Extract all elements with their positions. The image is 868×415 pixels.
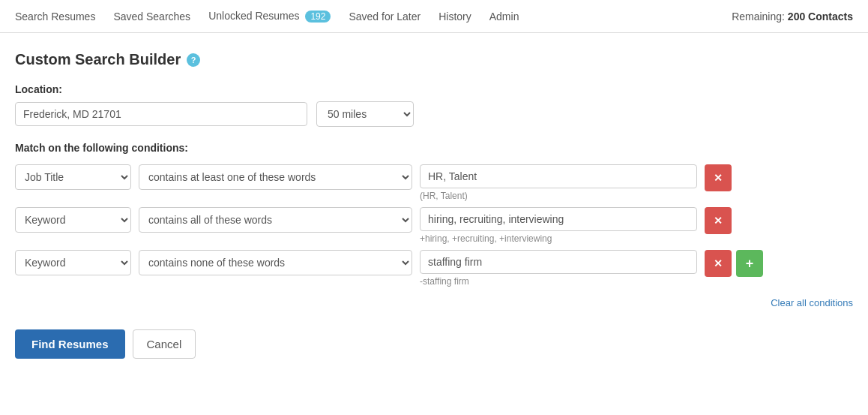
page-title-row: Custom Search Builder ?: [15, 51, 853, 68]
value-wrap-2: +hiring, +recruiting, +interviewing: [420, 207, 697, 244]
row-actions-3: ✕ +: [705, 250, 763, 277]
condition-row-2: Job Title Keyword Location Company Schoo…: [15, 207, 853, 244]
field-select-1[interactable]: Job Title Keyword Location Company Schoo…: [15, 164, 131, 190]
location-input[interactable]: [15, 102, 307, 126]
nav-search-resumes[interactable]: Search Resumes: [15, 2, 95, 32]
parsed-text-3: -staffing firm: [420, 276, 697, 287]
row-actions-1: ✕: [705, 164, 732, 191]
conditions-label: Match on the following conditions:: [15, 142, 853, 154]
page-title-text: Custom Search Builder: [15, 51, 181, 68]
location-label: Location:: [15, 83, 853, 95]
nav-bar: Search Resumes Saved Searches Unlocked R…: [0, 0, 868, 33]
nav-history[interactable]: History: [438, 2, 471, 32]
remaining-contacts: Remaining: 200 Contacts: [732, 11, 853, 23]
find-resumes-button[interactable]: Find Resumes: [15, 329, 125, 359]
remove-button-3[interactable]: ✕: [705, 250, 732, 277]
unlocked-badge: 192: [305, 11, 331, 23]
miles-select[interactable]: 10 miles 25 miles 50 miles 100 miles 200…: [316, 101, 414, 127]
location-row: 10 miles 25 miles 50 miles 100 miles 200…: [15, 101, 853, 127]
condition-row-1: Job Title Keyword Location Company Schoo…: [15, 164, 853, 201]
nav-admin[interactable]: Admin: [489, 2, 519, 32]
operator-select-1[interactable]: contains at least one of these words con…: [139, 164, 412, 190]
field-select-2[interactable]: Job Title Keyword Location Company Schoo…: [15, 207, 131, 233]
row-actions-2: ✕: [705, 207, 732, 234]
clear-row: Clear all conditions: [15, 293, 853, 308]
help-icon[interactable]: ?: [187, 53, 200, 67]
nav-unlocked-resumes[interactable]: Unlocked Resumes 192: [208, 1, 331, 32]
value-wrap-3: -staffing firm: [420, 250, 697, 287]
value-input-1[interactable]: [420, 164, 697, 188]
page-content: Custom Search Builder ? Location: 10 mil…: [0, 33, 868, 377]
parsed-text-2: +hiring, +recruiting, +interviewing: [420, 233, 697, 244]
cancel-button[interactable]: Cancel: [133, 329, 196, 359]
operator-select-2[interactable]: contains at least one of these words con…: [139, 207, 412, 233]
condition-row-3: Job Title Keyword Location Company Schoo…: [15, 250, 853, 287]
nav-saved-for-later[interactable]: Saved for Later: [349, 2, 421, 32]
parsed-text-1: (HR, Talent): [420, 191, 697, 201]
clear-all-link[interactable]: Clear all conditions: [136, 297, 853, 308]
nav-saved-searches[interactable]: Saved Searches: [113, 2, 190, 32]
field-select-3[interactable]: Job Title Keyword Location Company Schoo…: [15, 250, 131, 275]
value-input-3[interactable]: [420, 250, 697, 274]
value-wrap-1: (HR, Talent): [420, 164, 697, 201]
remove-button-1[interactable]: ✕: [705, 164, 732, 191]
conditions-block: Job Title Keyword Location Company Schoo…: [15, 164, 853, 308]
action-row: Find Resumes Cancel: [15, 329, 853, 359]
operator-select-3[interactable]: contains at least one of these words con…: [139, 250, 412, 275]
add-condition-button[interactable]: +: [736, 250, 763, 277]
remove-button-2[interactable]: ✕: [705, 207, 732, 234]
value-input-2[interactable]: [420, 207, 697, 231]
